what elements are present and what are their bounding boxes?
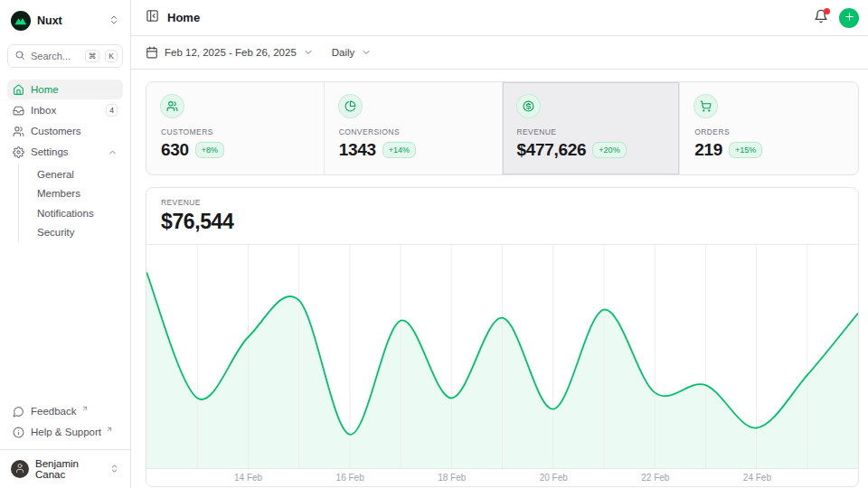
calendar-icon [146, 46, 158, 59]
chevron-up-icon [108, 147, 118, 157]
period-value: Daily [332, 47, 355, 58]
sidebar-subitem-members[interactable]: Members [19, 184, 123, 204]
sidebar-link-feedback[interactable]: Feedback [7, 401, 123, 421]
chevron-down-icon [303, 47, 314, 58]
sidebar-item-inbox[interactable]: Inbox4 [7, 100, 123, 120]
search-placeholder: Search... [31, 51, 80, 61]
stat-value: 630 [161, 140, 189, 160]
message-circle-icon [13, 406, 24, 418]
sidebar-item-label: Home [31, 84, 59, 95]
x-tick-label: 18 Feb [438, 473, 466, 483]
app-window: Nuxt Search... ⌘ K HomeInbox4CustomersSe… [0, 0, 868, 488]
sidebar-item-label: Customers [31, 126, 81, 136]
date-range-picker[interactable]: Feb 12, 2025 - Feb 26, 2025 [146, 46, 314, 59]
arrow-up-right-icon [81, 405, 89, 412]
stat-label: CUSTOMERS [161, 127, 309, 136]
chevrons-up-down-icon [109, 464, 119, 475]
sidebar-footer: FeedbackHelp & Support [7, 401, 123, 442]
page-title: Home [167, 11, 200, 24]
add-button[interactable] [839, 8, 859, 28]
chart-header: REVENUE $76,544 [146, 188, 858, 245]
main-area: Home Feb 12, 2025 - Feb 26, 2025 Daily [131, 0, 868, 488]
revenue-area-chart [146, 245, 858, 469]
x-tick-label: 24 Feb [743, 473, 771, 483]
sidebar-sublist-settings: GeneralMembersNotificationsSecurity [18, 164, 123, 242]
footer-link-label: Feedback [31, 406, 77, 417]
date-range-value: Feb 12, 2025 - Feb 26, 2025 [165, 47, 297, 58]
x-tick-label: 14 Feb [234, 473, 262, 483]
sidebar-item-home[interactable]: Home [7, 80, 123, 99]
arrow-up-right-icon [106, 426, 113, 433]
stat-label: CONVERSIONS [339, 127, 487, 136]
users-icon [161, 95, 184, 117]
info-icon [13, 427, 24, 438]
sidebar-item-customers[interactable]: Customers [7, 121, 123, 141]
chart-display-value: $76,544 [161, 210, 844, 234]
x-tick-label: 22 Feb [641, 473, 669, 483]
stat-delta-badge: +8% [196, 143, 223, 157]
inbox-icon [13, 105, 24, 117]
panel-left-close-icon [146, 9, 159, 26]
x-tick-label: 20 Feb [540, 473, 568, 483]
stat-card-revenue[interactable]: REVENUE$477,626+20% [503, 82, 681, 174]
stat-value: 219 [694, 140, 722, 160]
sidebar-item-settings[interactable]: Settings [7, 142, 123, 162]
circle-dollar-icon [517, 95, 540, 117]
filter-toolbar: Feb 12, 2025 - Feb 26, 2025 Daily [131, 36, 868, 70]
stat-card-orders[interactable]: ORDERS219+15% [680, 82, 858, 174]
stat-delta-badge: +20% [593, 143, 625, 157]
x-tick-label: 16 Feb [336, 473, 364, 483]
settings-icon [13, 146, 24, 158]
stats-row: CUSTOMERS630+8%CONVERSIONS1343+14%REVENU… [146, 81, 859, 175]
user-menu[interactable]: Benjamin Canac [7, 450, 123, 483]
collapse-sidebar-button[interactable] [146, 9, 159, 26]
stat-card-conversions[interactable]: CONVERSIONS1343+14% [325, 82, 503, 174]
chevron-down-icon [361, 47, 372, 58]
topbar: Home [131, 0, 868, 36]
footer-link-label: Help & Support [31, 427, 101, 437]
inbox-count-badge: 4 [106, 104, 118, 117]
workspace-switcher[interactable]: Nuxt [7, 9, 123, 31]
stat-label: REVENUE [517, 127, 665, 136]
user-name: Benjamin Canac [35, 458, 103, 480]
users-icon [13, 126, 24, 137]
nuxt-logo-icon [11, 11, 31, 31]
kbd-k: K [105, 50, 118, 62]
stat-delta-badge: +14% [383, 143, 415, 157]
chart-plot[interactable] [146, 245, 858, 469]
home-icon [13, 84, 24, 96]
stat-delta-badge: +15% [730, 143, 761, 157]
chart-x-axis: 14 Feb16 Feb18 Feb20 Feb22 Feb24 Feb [146, 469, 858, 486]
pie-chart-icon [339, 95, 362, 117]
search-icon [14, 50, 25, 62]
stat-value: 1343 [339, 140, 376, 160]
notifications-button[interactable] [814, 9, 828, 27]
sidebar-subitem-security[interactable]: Security [19, 223, 123, 243]
sidebar-item-label: Inbox [31, 105, 56, 116]
sidebar-item-label: Settings [31, 146, 69, 157]
content: CUSTOMERS630+8%CONVERSIONS1343+14%REVENU… [131, 70, 868, 488]
sidebar: Nuxt Search... ⌘ K HomeInbox4CustomersSe… [0, 0, 131, 488]
shopping-cart-icon [694, 95, 717, 117]
sidebar-subitem-notifications[interactable]: Notifications [19, 203, 123, 223]
workspace-name: Nuxt [37, 14, 62, 27]
period-select[interactable]: Daily [332, 47, 373, 58]
revenue-chart-card: REVENUE $76,544 14 Feb16 Feb18 Feb20 Feb… [146, 187, 859, 487]
sidebar-nav: HomeInbox4CustomersSettingsGeneralMember… [7, 80, 123, 244]
stat-card-customers[interactable]: CUSTOMERS630+8% [146, 82, 325, 174]
stat-value: $477,626 [517, 140, 587, 160]
plus-icon [844, 11, 855, 25]
notification-dot [824, 8, 830, 14]
chart-title: REVENUE [161, 198, 844, 207]
search-input[interactable]: Search... ⌘ K [7, 44, 123, 68]
stat-label: ORDERS [694, 127, 844, 136]
sidebar-link-help-support[interactable]: Help & Support [7, 422, 123, 442]
chevrons-up-down-icon [108, 13, 119, 29]
sidebar-subitem-general[interactable]: General [19, 164, 123, 184]
avatar [11, 460, 29, 478]
kbd-command: ⌘ [85, 50, 100, 62]
